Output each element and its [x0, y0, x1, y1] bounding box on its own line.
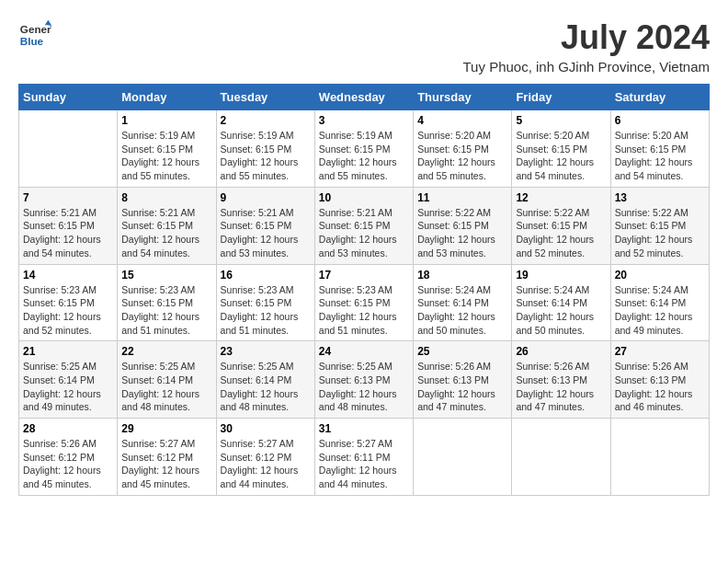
calendar-cell: 21Sunrise: 5:25 AMSunset: 6:14 PMDayligh… [19, 341, 118, 419]
day-number: 20 [615, 269, 705, 282]
header: General Blue July 2024 Tuy Phuoc, inh GJ… [18, 18, 710, 75]
day-number: 12 [516, 191, 606, 204]
calendar-cell [610, 419, 709, 496]
calendar-cell: 19Sunrise: 5:24 AMSunset: 6:14 PMDayligh… [512, 264, 610, 341]
calendar-cell: 26Sunrise: 5:26 AMSunset: 6:13 PMDayligh… [512, 341, 610, 419]
day-info: Sunrise: 5:20 AMSunset: 6:15 PMDaylight:… [417, 129, 507, 183]
day-info: Sunrise: 5:26 AMSunset: 6:13 PMDaylight:… [516, 360, 606, 414]
calendar-cell: 7Sunrise: 5:21 AMSunset: 6:15 PMDaylight… [19, 187, 118, 264]
calendar-cell: 16Sunrise: 5:23 AMSunset: 6:15 PMDayligh… [216, 264, 314, 341]
day-info: Sunrise: 5:23 AMSunset: 6:15 PMDaylight:… [221, 283, 311, 338]
calendar-cell: 23Sunrise: 5:25 AMSunset: 6:14 PMDayligh… [216, 341, 314, 419]
day-number: 21 [23, 345, 113, 358]
day-number: 27 [615, 345, 705, 358]
day-number: 16 [221, 269, 311, 282]
calendar-cell: 31Sunrise: 5:27 AMSunset: 6:11 PMDayligh… [314, 419, 413, 496]
day-number: 3 [319, 114, 409, 127]
day-info: Sunrise: 5:25 AMSunset: 6:14 PMDaylight:… [221, 360, 311, 414]
day-number: 5 [516, 114, 606, 127]
calendar-cell: 2Sunrise: 5:19 AMSunset: 6:15 PMDaylight… [216, 110, 314, 188]
calendar-cell: 17Sunrise: 5:23 AMSunset: 6:15 PMDayligh… [314, 264, 413, 341]
day-info: Sunrise: 5:21 AMSunset: 6:15 PMDaylight:… [121, 206, 211, 260]
calendar-cell [512, 419, 610, 496]
calendar-cell: 29Sunrise: 5:27 AMSunset: 6:12 PMDayligh… [118, 419, 216, 496]
calendar-cell: 8Sunrise: 5:21 AMSunset: 6:15 PMDaylight… [118, 187, 216, 264]
day-info: Sunrise: 5:25 AMSunset: 6:13 PMDaylight:… [319, 360, 409, 414]
header-sunday: Sunday [19, 85, 118, 110]
day-number: 25 [417, 345, 507, 358]
day-info: Sunrise: 5:24 AMSunset: 6:14 PMDaylight:… [417, 283, 507, 338]
week-row-1: 7Sunrise: 5:21 AMSunset: 6:15 PMDaylight… [19, 187, 710, 264]
week-row-2: 14Sunrise: 5:23 AMSunset: 6:15 PMDayligh… [19, 264, 710, 341]
day-info: Sunrise: 5:19 AMSunset: 6:15 PMDaylight:… [319, 129, 409, 183]
calendar-cell: 5Sunrise: 5:20 AMSunset: 6:15 PMDaylight… [512, 110, 610, 188]
calendar-cell: 4Sunrise: 5:20 AMSunset: 6:15 PMDaylight… [414, 110, 512, 188]
week-row-0: 1Sunrise: 5:19 AMSunset: 6:15 PMDaylight… [19, 110, 710, 188]
calendar-cell: 24Sunrise: 5:25 AMSunset: 6:13 PMDayligh… [314, 341, 413, 419]
calendar-cell: 15Sunrise: 5:23 AMSunset: 6:15 PMDayligh… [118, 264, 216, 341]
day-info: Sunrise: 5:23 AMSunset: 6:15 PMDaylight:… [319, 283, 409, 338]
day-info: Sunrise: 5:26 AMSunset: 6:13 PMDaylight:… [615, 360, 705, 414]
day-info: Sunrise: 5:21 AMSunset: 6:15 PMDaylight:… [221, 206, 311, 260]
calendar-cell: 27Sunrise: 5:26 AMSunset: 6:13 PMDayligh… [610, 341, 709, 419]
day-number: 10 [319, 191, 409, 204]
calendar-cell: 9Sunrise: 5:21 AMSunset: 6:15 PMDaylight… [216, 187, 314, 264]
day-number: 24 [319, 345, 409, 358]
header-saturday: Saturday [610, 85, 709, 110]
day-info: Sunrise: 5:23 AMSunset: 6:15 PMDaylight:… [23, 283, 113, 338]
header-monday: Monday [118, 85, 216, 110]
calendar-cell: 13Sunrise: 5:22 AMSunset: 6:15 PMDayligh… [610, 187, 709, 264]
day-number: 9 [221, 191, 311, 204]
calendar-cell [414, 419, 512, 496]
calendar-cell: 25Sunrise: 5:26 AMSunset: 6:13 PMDayligh… [414, 341, 512, 419]
logo: General Blue [18, 18, 51, 52]
month-year: July 2024 [463, 18, 710, 57]
week-row-3: 21Sunrise: 5:25 AMSunset: 6:14 PMDayligh… [19, 341, 710, 419]
location: Tuy Phuoc, inh GJinh Province, Vietnam [463, 59, 710, 75]
day-info: Sunrise: 5:22 AMSunset: 6:15 PMDaylight:… [516, 206, 606, 260]
header-tuesday: Tuesday [216, 85, 314, 110]
day-info: Sunrise: 5:21 AMSunset: 6:15 PMDaylight:… [319, 206, 409, 260]
calendar-cell: 6Sunrise: 5:20 AMSunset: 6:15 PMDaylight… [610, 110, 709, 188]
calendar-cell: 11Sunrise: 5:22 AMSunset: 6:15 PMDayligh… [414, 187, 512, 264]
day-info: Sunrise: 5:27 AMSunset: 6:11 PMDaylight:… [319, 437, 409, 491]
header-wednesday: Wednesday [314, 85, 413, 110]
day-info: Sunrise: 5:24 AMSunset: 6:14 PMDaylight:… [615, 283, 705, 338]
calendar-cell: 1Sunrise: 5:19 AMSunset: 6:15 PMDaylight… [118, 110, 216, 188]
logo-icon: General Blue [18, 18, 51, 52]
calendar-cell: 20Sunrise: 5:24 AMSunset: 6:14 PMDayligh… [610, 264, 709, 341]
calendar-cell: 14Sunrise: 5:23 AMSunset: 6:15 PMDayligh… [19, 264, 118, 341]
calendar-cell: 12Sunrise: 5:22 AMSunset: 6:15 PMDayligh… [512, 187, 610, 264]
calendar-cell: 3Sunrise: 5:19 AMSunset: 6:15 PMDaylight… [314, 110, 413, 188]
day-info: Sunrise: 5:21 AMSunset: 6:15 PMDaylight:… [23, 206, 113, 260]
day-number: 13 [615, 191, 705, 204]
day-number: 29 [121, 422, 211, 435]
day-number: 1 [121, 114, 211, 127]
week-row-4: 28Sunrise: 5:26 AMSunset: 6:12 PMDayligh… [19, 419, 710, 496]
day-info: Sunrise: 5:26 AMSunset: 6:12 PMDaylight:… [23, 437, 113, 491]
calendar-cell: 28Sunrise: 5:26 AMSunset: 6:12 PMDayligh… [19, 419, 118, 496]
header-thursday: Thursday [414, 85, 512, 110]
header-row: SundayMondayTuesdayWednesdayThursdayFrid… [19, 85, 710, 110]
day-info: Sunrise: 5:19 AMSunset: 6:15 PMDaylight:… [221, 129, 311, 183]
day-info: Sunrise: 5:27 AMSunset: 6:12 PMDaylight:… [121, 437, 211, 491]
day-number: 17 [319, 269, 409, 282]
day-number: 28 [23, 422, 113, 435]
header-friday: Friday [512, 85, 610, 110]
day-info: Sunrise: 5:25 AMSunset: 6:14 PMDaylight:… [121, 360, 211, 414]
day-info: Sunrise: 5:23 AMSunset: 6:15 PMDaylight:… [121, 283, 211, 338]
day-number: 31 [319, 422, 409, 435]
day-number: 23 [221, 345, 311, 358]
day-number: 7 [23, 191, 113, 204]
day-number: 4 [417, 114, 507, 127]
day-number: 6 [615, 114, 705, 127]
day-info: Sunrise: 5:20 AMSunset: 6:15 PMDaylight:… [615, 129, 705, 183]
day-info: Sunrise: 5:22 AMSunset: 6:15 PMDaylight:… [615, 206, 705, 260]
day-info: Sunrise: 5:26 AMSunset: 6:13 PMDaylight:… [417, 360, 507, 414]
calendar-cell: 18Sunrise: 5:24 AMSunset: 6:14 PMDayligh… [414, 264, 512, 341]
day-number: 26 [516, 345, 606, 358]
day-info: Sunrise: 5:27 AMSunset: 6:12 PMDaylight:… [221, 437, 311, 491]
day-info: Sunrise: 5:20 AMSunset: 6:15 PMDaylight:… [516, 129, 606, 183]
day-number: 2 [221, 114, 311, 127]
day-info: Sunrise: 5:22 AMSunset: 6:15 PMDaylight:… [417, 206, 507, 260]
